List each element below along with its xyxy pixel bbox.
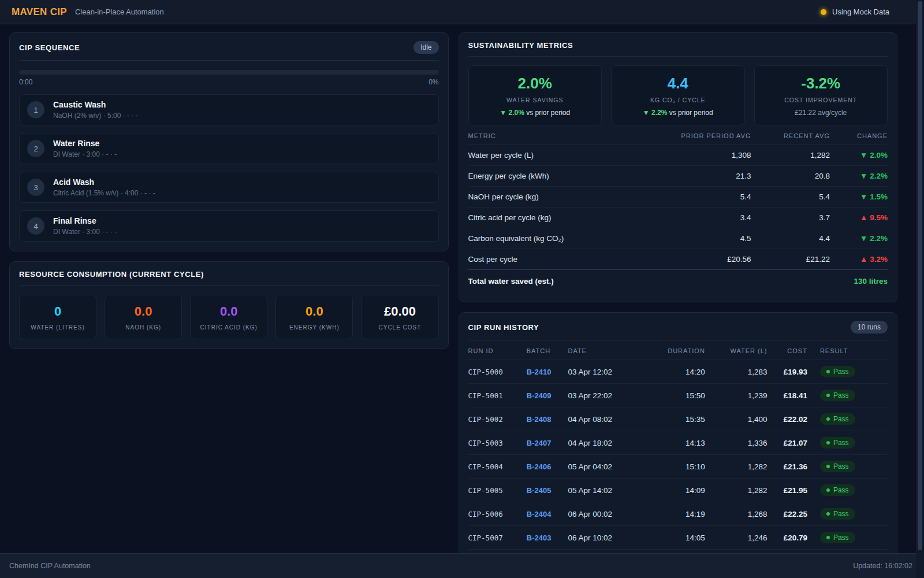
- metric-row: Water per cycle (L)1,3081,282▼ 2.0%: [468, 145, 888, 166]
- total-water-saved-label: Total water saved (est.): [468, 270, 830, 293]
- batch-cell: B-2406: [527, 455, 568, 479]
- resource-label: WATER (LITRES): [23, 324, 92, 331]
- metric-change: ▲ 3.2%: [830, 249, 888, 270]
- footer-updated-time: Updated: 16:02:02: [853, 562, 912, 570]
- resource-card: 0.0NAOH (KG): [105, 295, 182, 339]
- pass-badge: Pass: [820, 484, 855, 496]
- water-cell: 1,239: [705, 384, 767, 407]
- app-subtitle: Clean-in-Place Automation: [75, 8, 164, 16]
- pass-badge: Pass: [820, 437, 855, 449]
- water-cell: 1,283: [705, 360, 767, 384]
- batch-link[interactable]: B-2405: [527, 486, 552, 495]
- history-row: CIP-5006B-240406 Apr 00:0214:191,268£22.…: [468, 502, 888, 526]
- cip-sequence-panel: CIP SEQUENCE Idle 0:00 0% 1Caustic WashN…: [9, 32, 449, 251]
- pass-dot-icon: [826, 512, 830, 516]
- metric-column-header: CHANGE: [830, 125, 888, 145]
- sustainability-label: KG CO₂ / CYCLE: [616, 97, 740, 103]
- app-header: MAVEN CIP Clean-in-Place Automation Usin…: [0, 0, 924, 24]
- metric-prior-avg: 4.5: [632, 228, 751, 249]
- metric-change: ▼ 1.5%: [830, 187, 888, 208]
- total-water-saved-row: Total water saved (est.)130 litres: [468, 270, 888, 293]
- resource-card: 0.0CITRIC ACID (KG): [190, 295, 267, 339]
- batch-link[interactable]: B-2408: [527, 415, 552, 424]
- footer: ChemInd CIP Automation Updated: 16:02:02: [0, 553, 924, 578]
- batch-cell: B-2405: [527, 479, 568, 502]
- duration-cell: 15:35: [642, 407, 705, 431]
- resource-label: ENERGY (KWH): [280, 324, 349, 331]
- result-cell: Pass: [807, 431, 888, 455]
- batch-link[interactable]: B-2406: [527, 462, 552, 471]
- step-detail: DI Water · 3:00 · - · -: [53, 150, 117, 158]
- pass-badge: Pass: [820, 366, 855, 377]
- sequence-step: 4Final RinseDI Water · 3:00 · - · -: [19, 210, 439, 242]
- cost-cell: £22.25: [767, 502, 807, 526]
- sustainability-card: 2.0%WATER SAVINGS▼ 2.0% vs prior period: [468, 65, 602, 125]
- batch-link[interactable]: B-2410: [527, 368, 552, 376]
- elapsed-time: 0:00: [19, 78, 32, 86]
- cip-run-history-panel: CIP RUN HISTORY 10 runs RUN IDBATCHDATED…: [459, 312, 898, 557]
- pass-dot-icon: [826, 370, 830, 373]
- metric-change: ▼ 2.0%: [830, 145, 888, 166]
- metric-name: Energy per cycle (kWh): [468, 166, 632, 187]
- run-id-cell: CIP-5006: [468, 502, 527, 526]
- right-column: SUSTAINABILITY METRICS 2.0%WATER SAVINGS…: [459, 32, 898, 557]
- pass-badge: Pass: [820, 532, 855, 543]
- batch-cell: B-2407: [527, 431, 568, 455]
- metric-recent-avg: 20.8: [751, 166, 830, 187]
- resource-value: 0: [23, 304, 92, 319]
- batch-link[interactable]: B-2407: [527, 439, 552, 447]
- water-cell: 1,336: [705, 431, 767, 455]
- run-id-cell: CIP-5000: [468, 360, 527, 384]
- run-id-cell: CIP-5004: [468, 455, 527, 479]
- sustainability-title: SUSTAINABILITY METRICS: [468, 41, 573, 50]
- batch-link[interactable]: B-2403: [527, 533, 552, 542]
- scrollbar-thumb[interactable]: [918, 1, 922, 550]
- batch-cell: B-2408: [527, 407, 568, 431]
- history-row: CIP-5003B-240704 Apr 18:0214:131,336£21.…: [468, 431, 888, 455]
- total-water-saved-value: 130 litres: [830, 270, 888, 293]
- step-number-icon: 3: [27, 179, 44, 196]
- sustainability-table-header: METRICPRIOR PERIOD AVGRECENT AVGCHANGE: [468, 125, 888, 145]
- resource-label: NAOH (KG): [109, 324, 178, 331]
- duration-cell: 15:10: [642, 455, 705, 479]
- history-column-header: BATCH: [527, 340, 568, 360]
- sequence-step-list: 1Caustic WashNaOH (2% w/v) · 5:00 · - · …: [19, 94, 439, 242]
- sustainability-header: SUSTAINABILITY METRICS: [468, 41, 888, 57]
- metric-recent-avg: £21.22: [751, 249, 830, 270]
- water-cell: 1,246: [705, 526, 767, 550]
- metric-row: Citric acid per cycle (kg)3.43.7▲ 9.5%: [468, 208, 888, 228]
- run-id-cell: CIP-5003: [468, 431, 527, 455]
- metric-name: NaOH per cycle (kg): [468, 187, 632, 208]
- sustainability-card: -3.2%COST IMPROVEMENT£21.22 avg/cycle: [754, 65, 888, 125]
- sequence-step: 2Water RinseDI Water · 3:00 · - · -: [19, 133, 439, 164]
- metric-prior-avg: 21.3: [632, 166, 751, 187]
- sequence-step: 1Caustic WashNaOH (2% w/v) · 5:00 · - · …: [19, 94, 439, 125]
- batch-cell: B-2409: [527, 384, 568, 407]
- metric-prior-avg: 1,308: [632, 145, 751, 166]
- sustainability-value: -3.2%: [759, 75, 883, 92]
- sustainability-subtext: £21.22 avg/cycle: [759, 109, 883, 117]
- page-scrollbar[interactable]: [916, 0, 924, 578]
- batch-link[interactable]: B-2409: [527, 391, 552, 400]
- history-row: CIP-5007B-240306 Apr 10:0214:051,246£20.…: [468, 526, 888, 550]
- metric-change: ▼ 2.2%: [830, 166, 888, 187]
- run-id-cell: CIP-5005: [468, 479, 527, 502]
- mock-data-status-icon: [821, 9, 826, 15]
- batch-link[interactable]: B-2404: [527, 510, 552, 518]
- water-cell: 1,268: [705, 502, 767, 526]
- metric-name: Citric acid per cycle (kg): [468, 208, 632, 228]
- metric-row: Energy per cycle (kWh)21.320.8▼ 2.2%: [468, 166, 888, 187]
- run-count-badge: 10 runs: [851, 321, 888, 334]
- step-text: Caustic WashNaOH (2% w/v) · 5:00 · - · -: [53, 100, 138, 120]
- history-column-header: DURATION: [642, 340, 705, 360]
- duration-cell: 14:05: [642, 526, 705, 550]
- metric-recent-avg: 1,282: [751, 145, 830, 166]
- mock-data-status-label: Using Mock Data: [832, 8, 889, 16]
- metric-column-header: METRIC: [468, 125, 632, 145]
- sustainability-subtext: ▼ 2.0% vs prior period: [474, 109, 597, 117]
- step-detail: NaOH (2% w/v) · 5:00 · - · -: [53, 112, 138, 120]
- sequence-progress-labels: 0:00 0%: [19, 78, 439, 86]
- resource-card: £0.00CYCLE COST: [361, 295, 438, 339]
- pass-dot-icon: [826, 417, 830, 421]
- batch-cell: B-2404: [527, 502, 568, 526]
